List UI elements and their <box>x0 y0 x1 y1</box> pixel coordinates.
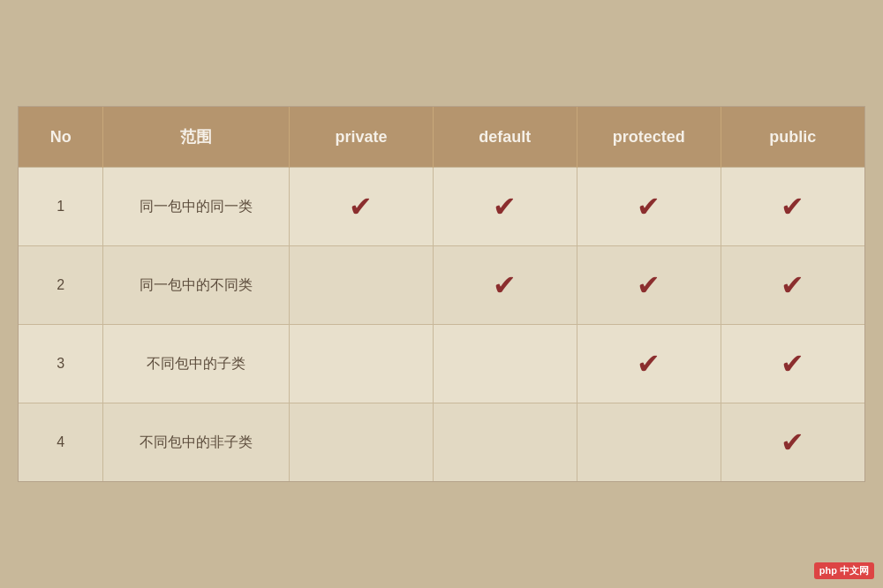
cell-private <box>290 246 434 325</box>
cell-fanwei: 不同包中的非子类 <box>103 403 290 482</box>
check-icon: ✔ <box>637 350 660 378</box>
cell-private <box>290 403 434 482</box>
cell-protected: ✔ <box>577 325 721 403</box>
header-public: public <box>721 107 864 168</box>
cell-protected: ✔ <box>577 246 721 325</box>
cell-public: ✔ <box>721 403 864 482</box>
php-logo-badge: php 中文网 <box>814 562 874 579</box>
cell-no: 2 <box>19 246 103 325</box>
check-icon: ✔ <box>637 192 660 221</box>
cell-default: ✔ <box>433 246 577 325</box>
cell-default: ✔ <box>433 168 577 246</box>
check-icon: ✔ <box>349 192 373 221</box>
cell-no: 1 <box>19 168 103 246</box>
header-default: default <box>433 107 577 168</box>
table-row: 1同一包中的同一类✔✔✔✔ <box>19 168 864 246</box>
cell-public: ✔ <box>721 246 864 325</box>
check-icon: ✔ <box>637 271 660 299</box>
check-icon: ✔ <box>781 350 804 378</box>
cell-public: ✔ <box>721 325 864 403</box>
check-icon: ✔ <box>493 192 517 221</box>
check-icon: ✔ <box>781 428 804 456</box>
check-icon: ✔ <box>781 192 804 221</box>
table-row: 4不同包中的非子类✔ <box>19 403 864 482</box>
check-icon: ✔ <box>493 271 517 299</box>
table-header-row: No 范围 private default protected public <box>19 107 864 168</box>
header-fanwei: 范围 <box>103 107 290 168</box>
cell-private: ✔ <box>290 168 434 246</box>
access-modifier-table: No 范围 private default protected public 1… <box>18 106 865 482</box>
cell-default <box>433 325 577 403</box>
cell-no: 3 <box>19 325 103 403</box>
cell-fanwei: 同一包中的不同类 <box>103 246 290 325</box>
cell-private <box>290 325 434 403</box>
cell-fanwei: 同一包中的同一类 <box>103 168 290 246</box>
cell-no: 4 <box>19 403 103 482</box>
header-protected: protected <box>577 107 721 168</box>
cell-default <box>433 403 577 482</box>
table-row: 2同一包中的不同类✔✔✔ <box>19 246 864 325</box>
header-no: No <box>19 107 103 168</box>
cell-protected <box>577 403 721 482</box>
cell-public: ✔ <box>721 168 864 246</box>
cell-protected: ✔ <box>577 168 721 246</box>
check-icon: ✔ <box>781 271 804 299</box>
cell-fanwei: 不同包中的子类 <box>103 325 290 403</box>
table-row: 3不同包中的子类✔✔ <box>19 325 864 403</box>
header-private: private <box>290 107 434 168</box>
